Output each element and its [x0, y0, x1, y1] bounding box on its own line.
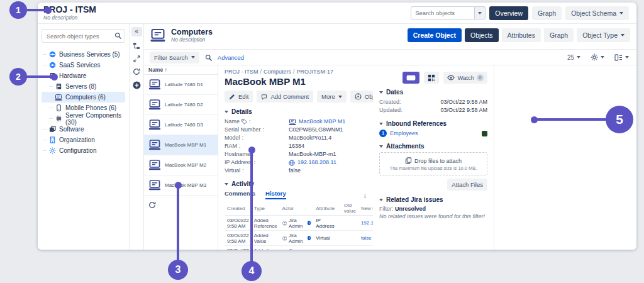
computers-icon [150, 29, 166, 42]
settings-dropdown[interactable] [591, 53, 604, 61]
sidebar-item-computers[interactable]: Computers (6) [42, 92, 125, 103]
callout-dot-5 [531, 116, 538, 123]
business-services-icon [48, 51, 56, 58]
ip-address-link[interactable]: 192.168.208.11 [297, 158, 336, 167]
info-badge-icon: i [308, 221, 311, 225]
add-comment-button[interactable]: Add Comment [257, 91, 313, 103]
inbound-references-header[interactable]: Inbound References [379, 120, 487, 127]
object-row[interactable]: Latitude 7480 D2 [144, 95, 218, 115]
qr-code-icon [428, 74, 435, 82]
sidebar-item-business-services[interactable]: Business Services (5) [42, 49, 125, 60]
filter-search-button[interactable]: Filter Search [150, 52, 199, 64]
attachments-section-header[interactable]: Attachments [379, 143, 487, 150]
qr-code-button[interactable] [424, 72, 439, 84]
updated-row: Updated:03/Oct/22 9:58 AM [379, 106, 487, 114]
search-icon[interactable] [205, 54, 212, 61]
watch-count-badge: 0 [477, 74, 484, 81]
callout-line-3 [177, 186, 179, 262]
created-row: Created:03/Oct/22 9:58 AM [379, 98, 487, 106]
advanced-search-link[interactable]: Advanced [218, 54, 244, 61]
object-graph-button[interactable]: Object Graph [350, 91, 373, 103]
object-row[interactable]: MacBook MBP M2 [144, 155, 218, 175]
history-row: 03/Oct/22 9:58 AMAdded Value Jira Admini… [225, 231, 373, 246]
page-size-dropdown[interactable]: 25 [567, 54, 580, 61]
details-section-header[interactable]: Details [225, 108, 367, 115]
sidebar-item-configuration[interactable]: Configuration [42, 145, 125, 156]
reference-count-badge: 1 [379, 130, 387, 137]
object-type-menu-button[interactable]: Object Type [577, 28, 630, 42]
search-object-types-input[interactable] [42, 29, 125, 43]
chevron-down-icon [478, 12, 482, 14]
search-scope-dropdown[interactable] [475, 6, 486, 19]
sidebar-item-saas-services[interactable]: SaaS Services [42, 60, 125, 70]
attach-files-button[interactable]: Attach Files [447, 179, 487, 191]
old-value-cell [341, 231, 358, 246]
actor-link[interactable]: Jira Admin [289, 248, 306, 250]
tab-attributes[interactable]: Attributes [502, 28, 541, 42]
sidebar-item-servers[interactable]: Servers (8) [42, 81, 125, 92]
activity-section-header[interactable]: Activity [225, 180, 367, 187]
name-column-header[interactable]: Name ↑ [144, 65, 218, 75]
sidebar-item-software[interactable]: Software [42, 124, 125, 135]
columns-dropdown[interactable] [614, 54, 629, 61]
breadcrumb-type-link[interactable]: Computers [264, 69, 291, 75]
object-list-panel: Name ↑ Latitude 7480 D1 Latitude 7480 D2… [144, 65, 218, 250]
upload-limit-note: The maximum file upload size is 10.0 MB. [382, 165, 484, 171]
expand-icon[interactable] [133, 55, 140, 62]
gear-icon [591, 53, 598, 61]
hierarchy-view-icon[interactable] [133, 42, 140, 50]
related-issues-header[interactable]: Related Jira issues [379, 196, 487, 203]
history-row: 03/Oct/22 9:58 AMAdded Value Jira Admini… [225, 246, 373, 250]
create-object-button[interactable]: Create Object [408, 28, 462, 42]
field-value: MacBook-MBP-m1 [289, 150, 367, 158]
saas-services-icon [48, 62, 56, 69]
sidebar-item-server-components[interactable]: Server Components (30) [42, 113, 125, 124]
old-value-cell [341, 216, 358, 231]
avatar [282, 220, 287, 226]
actor-link[interactable]: Jira Admin [289, 218, 306, 229]
activity-tabs: Comments History ↓ [225, 190, 367, 199]
sort-asc-icon: ↑ [165, 67, 167, 73]
add-object-type-icon[interactable] [133, 81, 141, 89]
object-row[interactable]: Latitude 7480 D3 [144, 115, 218, 135]
employees-link[interactable]: Employees [390, 130, 418, 136]
sidebar-item-organization[interactable]: Organization [42, 135, 125, 145]
tab-graph[interactable]: Graph [544, 28, 574, 42]
laptop-icon [148, 140, 161, 150]
dates-section-header[interactable]: Dates [379, 89, 487, 96]
field-label: Model: [225, 134, 289, 142]
attachment-dropzone[interactable]: Drop files to attach The maximum file up… [379, 152, 487, 175]
col-attribute: Attribute [313, 201, 341, 216]
laptop-icon [148, 160, 161, 170]
refresh-icon[interactable] [148, 201, 156, 209]
sort-direction-icon[interactable]: ↓ [364, 191, 367, 199]
tab-objects[interactable]: Objects [465, 28, 499, 42]
collapse-sidebar-button[interactable]: « [131, 27, 142, 36]
reference-color-indicator [482, 131, 487, 136]
watch-button[interactable]: Watch0 [443, 72, 487, 84]
object-type-sidebar: Business Services (5) SaaS Services Hard… [38, 24, 130, 250]
history-table: Created Type Actor Attribute Old value N… [225, 201, 373, 250]
object-row[interactable]: Latitude 7480 D1 [144, 75, 218, 95]
overview-button[interactable]: Overview [489, 6, 528, 20]
object-row-selected[interactable]: MacBook MBP M1 [144, 135, 218, 155]
print-label-button[interactable] [402, 72, 419, 84]
tab-history[interactable]: History [265, 190, 286, 199]
search-objects-input[interactable] [411, 6, 475, 19]
more-button[interactable]: More [317, 91, 347, 103]
actor-link[interactable]: Jira Admin [289, 233, 306, 244]
eye-icon [447, 75, 455, 80]
graph-button[interactable]: Graph [532, 6, 562, 20]
breadcrumb-object-key[interactable]: PROJITSM-17 [297, 69, 334, 75]
object-name-link[interactable]: MacBook MBP M1 [299, 118, 345, 126]
field-value: MacBookPro11,4 [289, 134, 367, 142]
section-collapse-icon [379, 145, 383, 148]
refresh-icon[interactable] [133, 68, 140, 75]
object-schema-button[interactable]: Object Schema [565, 6, 629, 20]
breadcrumb-schema-link[interactable]: PROJ - ITSM [225, 69, 258, 75]
filter-toolbar: Filter Search Advanced 25 [144, 49, 636, 65]
server-components-icon [55, 115, 62, 123]
chevron-down-icon [625, 56, 629, 58]
edit-button[interactable]: Edit [225, 91, 253, 103]
laptop-icon [289, 119, 296, 125]
